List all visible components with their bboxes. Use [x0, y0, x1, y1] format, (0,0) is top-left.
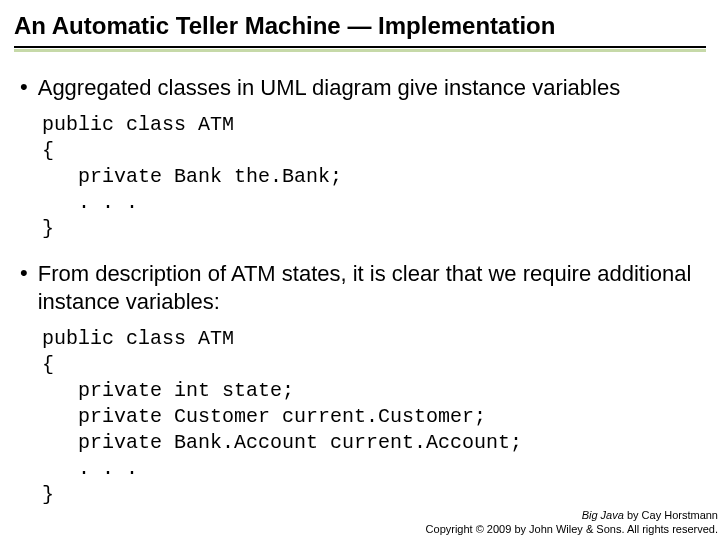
bullet-text: From description of ATM states, it is cl…	[38, 260, 706, 316]
bullet-dot-icon: •	[20, 260, 28, 286]
footer: Big Java by Cay Horstmann Copyright © 20…	[426, 508, 718, 536]
slide-title: An Automatic Teller Machine — Implementa…	[14, 12, 706, 48]
footer-copyright: Copyright © 2009 by John Wiley & Sons. A…	[426, 522, 718, 536]
footer-author: by Cay Horstmann	[624, 509, 718, 521]
title-accent-bar	[14, 49, 706, 52]
bullet-dot-icon: •	[20, 74, 28, 100]
bullet-item: • From description of ATM states, it is …	[14, 260, 706, 316]
title-text: An Automatic Teller Machine — Implementa…	[14, 12, 555, 39]
bullet-item: • Aggregated classes in UML diagram give…	[14, 74, 706, 102]
code-block-2: public class ATM { private int state; pr…	[42, 326, 706, 508]
slide: An Automatic Teller Machine — Implementa…	[0, 0, 720, 508]
footer-line-1: Big Java by Cay Horstmann	[426, 508, 718, 522]
code-block-1: public class ATM { private Bank the.Bank…	[42, 112, 706, 242]
slide-content: • Aggregated classes in UML diagram give…	[14, 74, 706, 508]
bullet-text: Aggregated classes in UML diagram give i…	[38, 74, 620, 102]
footer-book-title: Big Java	[582, 509, 624, 521]
